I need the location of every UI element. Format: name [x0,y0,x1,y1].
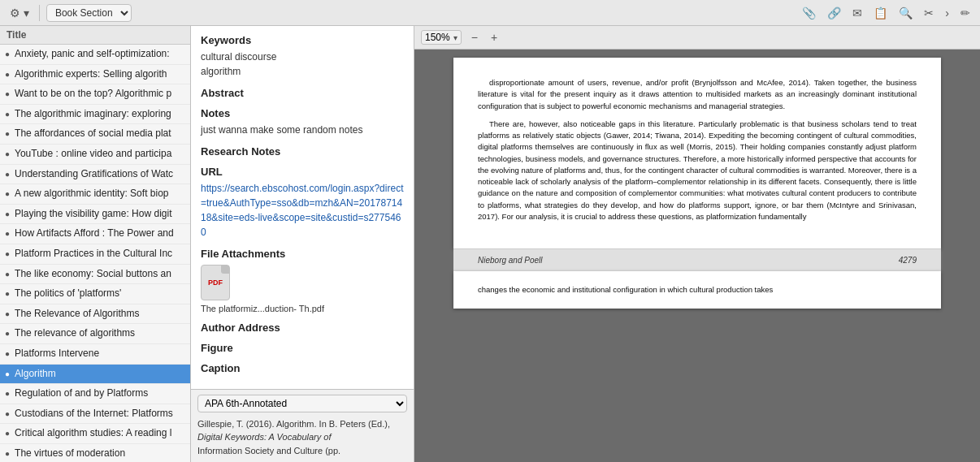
pdf-icon[interactable]: PDF [201,265,230,300]
link-button[interactable]: 🔗 [824,5,844,21]
notes-label: Notes [201,107,404,119]
article-item-title: Playing the visibility game: How digit [15,208,171,221]
pdf-page-2: changes the economic and institutional c… [453,271,941,309]
zoom-control[interactable]: 150% ▾ [421,30,462,45]
bullet-icon: ● [5,270,10,278]
article-item-title: Custodians of the Internet: Platforms [15,408,173,421]
gear-button[interactable]: ⚙ ▾ [7,5,33,21]
article-list-item[interactable]: ● YouTube : online video and participa [0,145,190,165]
bullet-icon: ● [5,89,10,98]
bullet-icon: ● [5,249,10,258]
article-item-title: Platforms Intervene [15,348,99,361]
bullet-icon: ● [5,189,10,198]
bullet-icon: ● [5,50,10,58]
pdf-footer: Nieborg and Poell 4279 [453,248,941,271]
bullet-icon: ● [5,129,10,138]
article-list-item[interactable]: ● The Relevance of Algorithms [0,304,190,325]
bullet-icon: ● [5,149,10,158]
zoom-in-button[interactable]: + [488,29,501,45]
article-list-item[interactable]: ● The algorithmic imaginary: exploring [0,105,190,125]
section-type-select[interactable]: Book Section [46,4,132,22]
article-item-title: The like economy: Social buttons an [15,268,171,281]
caption-label: Caption [201,362,404,374]
article-list-item[interactable]: ● Anxiety, panic and self-optimization: [0,45,190,65]
article-list-item[interactable]: ● Platform Practices in the Cultural Inc [0,244,190,265]
article-item-title: The politics of 'platforms' [15,287,121,300]
article-item-title: Platform Practices in the Cultural Inc [15,248,172,261]
article-list-item[interactable]: ● The relevance of algorithms [0,324,190,344]
citation-style-select[interactable]: APA 6th-Annotated [197,395,407,412]
pdf-paragraph-2: There are, however, also noticeable gaps… [478,119,917,222]
article-list-item[interactable]: ● The affordances of social media plat [0,124,190,145]
article-item-title: The affordances of social media plat [15,127,171,140]
keyword-2: algorithm [201,64,404,79]
pdf-paragraph-1: disproportionate amount of users, revenu… [478,77,917,112]
article-list-item[interactable]: ● Algorithmic experts: Selling algorith [0,65,190,85]
cut-button[interactable]: ✂ [921,5,937,21]
article-item-title: The algorithmic imaginary: exploring [15,108,171,121]
bullet-icon: ● [5,110,10,119]
bullet-icon: ● [5,429,10,438]
pdf-paragraph-3: changes the economic and institutional c… [478,284,917,296]
zoom-value: 150% [425,32,450,43]
article-list-item[interactable]: ● Regulation of and by Platforms [0,384,190,404]
article-item-title: Critical algorithm studies: A reading l [15,427,171,440]
author-address-label: Author Address [201,322,404,334]
keyword-1: cultural discourse [201,50,404,64]
bullet-icon: ● [5,349,10,358]
zoom-out-button[interactable]: − [468,29,481,45]
copy-button[interactable]: 📋 [870,5,891,21]
article-list-item[interactable]: ● Playing the visibility game: How digit [0,205,190,225]
article-item-title: The virtues of moderation [15,447,125,460]
article-list-item[interactable]: ● Critical algorithm studies: A reading … [0,424,190,444]
bullet-icon: ● [5,209,10,218]
main-toolbar: ⚙ ▾ Book Section 📎 🔗 ✉ 📋 🔍 ✂ › ✏ [0,0,980,26]
article-item-title: Regulation of and by Platforms [15,387,148,400]
email-button[interactable]: ✉ [849,5,865,21]
pdf-footer-author: Nieborg and Poell [478,256,543,265]
article-list-item[interactable]: ● How Artifacts Afford : The Power and [0,224,190,244]
url-label: URL [201,166,404,178]
article-item-title: Algorithm [15,368,56,381]
article-list-items: ● Anxiety, panic and self-optimization: … [0,45,190,462]
bullet-icon: ● [5,289,10,298]
bullet-icon: ● [5,409,10,418]
article-list-item[interactable]: ● The virtues of moderation [0,444,190,462]
attachment-filename: The platformiz...duction- Th.pdf [201,304,324,313]
article-list-item[interactable]: ● The politics of 'platforms' [0,284,190,304]
article-list-item[interactable]: ● Algorithm [0,365,190,385]
bullet-icon: ● [5,229,10,238]
article-item-title: The Relevance of Algorithms [15,308,139,321]
abstract-label: Abstract [201,87,404,99]
pdf-content: disproportionate amount of users, revenu… [414,50,980,462]
bullet-icon: ● [5,329,10,338]
research-notes-label: Research Notes [201,145,404,158]
url-link[interactable]: https://search.ebscohost.com/login.aspx?… [201,181,404,240]
article-item-title: Anxiety, panic and self-optimization: [15,48,170,61]
forward-button[interactable]: › [942,5,952,21]
pdf-panel: 150% ▾ − + disproportionate amount of us… [414,26,980,462]
zoom-dropdown-arrow: ▾ [453,33,457,42]
article-list-item[interactable]: ● Custodians of the Internet: Platforms [0,404,190,425]
attachment-button[interactable]: 📎 [799,5,819,21]
toolbar-divider-1 [39,5,40,21]
article-item-title: Algorithmic experts: Selling algorith [15,68,167,81]
article-list-item[interactable]: ● Platforms Intervene [0,344,190,365]
file-attachment: PDF The platformiz...duction- Th.pdf [201,265,404,313]
notes-text: just wanna make some random notes [201,123,404,137]
article-list-item[interactable]: ● Understanding Gratifications of Watc [0,165,190,185]
article-item-title: Understanding Gratifications of Watc [15,168,173,181]
edit-button[interactable]: ✏ [957,5,973,21]
bullet-icon: ● [5,170,10,179]
article-item-title: A new algorithmic identity: Soft biop [15,188,168,201]
article-list-item[interactable]: ● Want to be on the top? Algorithmic p [0,84,190,105]
search-button[interactable]: 🔍 [895,5,916,21]
article-list-item[interactable]: ● The like economy: Social buttons an [0,265,190,285]
file-attachments-label: File Attachments [201,248,404,260]
keywords-label: Keywords [201,34,404,46]
pdf-toolbar: 150% ▾ − + [414,26,980,50]
bullet-icon: ● [5,369,10,378]
article-list-item[interactable]: ● A new algorithmic identity: Soft biop [0,184,190,205]
article-list-header: Title [0,26,190,45]
article-list-panel: Title ● Anxiety, panic and self-optimiza… [0,26,191,462]
